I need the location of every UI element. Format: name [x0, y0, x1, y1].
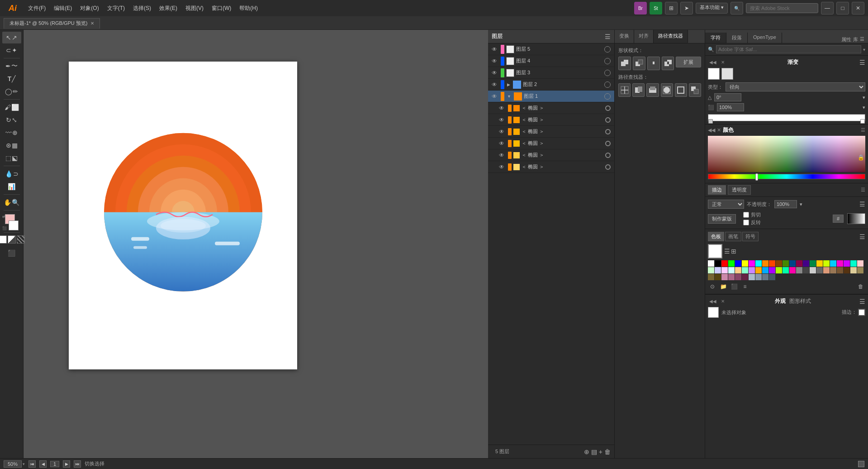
color-spectrum[interactable] — [708, 136, 865, 172]
tab-paragraph[interactable]: 段落 — [726, 33, 748, 43]
layer-circle-5[interactable] — [604, 46, 611, 53]
swatch-cell[interactable] — [762, 267, 768, 273]
gradient-angle-input[interactable] — [714, 93, 741, 101]
layer-visibility-5[interactable]: 👁 — [490, 45, 499, 54]
selected-swatch[interactable] — [708, 244, 722, 258]
document-tab[interactable]: 未标题-1* @ 50% (RGB/GPU 预览) ✕ — [4, 18, 100, 29]
layer-target-e5[interactable] — [605, 153, 611, 158]
hue-slider-thumb[interactable] — [755, 173, 758, 181]
layer-visibility-e5[interactable]: 👁 — [497, 151, 506, 160]
menu-text[interactable]: 文字(T) — [104, 3, 128, 14]
eyedropper-tool[interactable]: 💧 ⊃ — [2, 168, 21, 180]
close-btn[interactable]: ✕ — [852, 2, 864, 14]
tab-brushes[interactable]: 画笔 — [725, 232, 741, 241]
appearance-panel-close[interactable]: ✕ — [720, 299, 726, 304]
show-color-groups-icon[interactable]: ⊙ — [708, 282, 717, 291]
swatch-cell[interactable] — [850, 267, 857, 273]
gradient-mode-icon[interactable] — [8, 235, 16, 244]
layer-target-e3[interactable] — [605, 129, 611, 134]
grid-view-icon[interactable]: ⊞ — [731, 248, 736, 255]
swatch-cell[interactable] — [735, 267, 741, 273]
make-clipping-mask-icon[interactable]: ⊕ — [584, 448, 589, 455]
swatch-cell[interactable] — [749, 274, 755, 280]
maximize-btn[interactable]: □ — [836, 2, 849, 14]
tab-align[interactable]: 对齐 — [634, 30, 654, 43]
new-swatch-icon[interactable]: ⬛ — [730, 282, 739, 291]
gradient-type-select[interactable]: 径向 — [726, 82, 865, 91]
swatch-cell[interactable] — [796, 260, 802, 267]
layer-circle-3[interactable] — [604, 70, 611, 76]
normal-mode-icon[interactable] — [0, 235, 7, 244]
menu-edit[interactable]: 编辑(E) — [50, 3, 76, 14]
menu-window[interactable]: 窗口(W) — [208, 3, 235, 14]
swatch-cell[interactable] — [769, 274, 775, 280]
layer-visibility-2[interactable]: 👁 — [490, 80, 499, 89]
layer-arrow-2[interactable]: ▶ — [506, 82, 511, 87]
graph-tool[interactable]: 📊 — [2, 181, 21, 192]
menu-effect[interactable]: 效果(E) — [156, 3, 181, 14]
stock-icon[interactable]: St — [650, 2, 662, 14]
appearance-title-tab[interactable]: 外观 — [775, 297, 786, 305]
minus-back-icon[interactable] — [689, 83, 701, 97]
swatch-cell[interactable] — [783, 260, 789, 267]
blend-mode-select[interactable]: 正常 — [708, 200, 744, 209]
gradient-angle-arrow[interactable]: ▾ — [863, 95, 865, 100]
layer-row-3[interactable]: 👁 图层 3 — [488, 67, 614, 79]
swatch-cell[interactable] — [816, 260, 823, 267]
swatch-cell[interactable] — [755, 274, 762, 280]
swatches-menu-icon[interactable]: ☰ — [859, 233, 865, 240]
hue-slider[interactable] — [708, 174, 865, 179]
trim-icon[interactable] — [632, 83, 645, 97]
appearance-menu-icon[interactable]: ☰ — [859, 298, 865, 305]
shape-tools[interactable]: ◯ ✏ — [2, 86, 21, 97]
list-view-icon[interactable]: ☰ — [724, 248, 730, 255]
swatch-cell[interactable] — [823, 267, 830, 273]
swatch-cell[interactable] — [776, 260, 782, 267]
appearance-swatch[interactable] — [708, 307, 719, 318]
swatch-cell[interactable] — [830, 260, 836, 267]
swatch-cell[interactable] — [742, 274, 748, 280]
nav-prev-btn[interactable]: ◀ — [39, 460, 47, 468]
gradient-swatch-2[interactable] — [721, 68, 733, 80]
appearance-panel-collapse[interactable]: ◀◀ — [708, 299, 718, 304]
swatch-cell[interactable] — [857, 260, 863, 267]
tab-opentype[interactable]: OpenType — [748, 33, 782, 43]
swatch-cell[interactable] — [728, 260, 735, 267]
swatch-cell[interactable] — [837, 260, 843, 267]
transparency-tab-btn[interactable]: 透明度 — [728, 185, 751, 195]
menu-file[interactable]: 文件(F) — [24, 3, 49, 14]
swatch-cell[interactable] — [769, 267, 775, 273]
unite-icon[interactable] — [618, 57, 631, 70]
tab-swatches[interactable]: 色板 — [708, 232, 724, 241]
layer-arrow-1[interactable]: ▼ — [506, 94, 512, 99]
swatch-cell[interactable] — [715, 260, 721, 267]
layer-visibility-3[interactable]: 👁 — [490, 68, 499, 77]
swatch-cell[interactable] — [816, 267, 823, 273]
zoom-dropdown-icon[interactable]: ▾ — [23, 462, 25, 466]
color-lock-icon[interactable]: 🔒 — [857, 154, 864, 161]
swatch-cell[interactable] — [803, 260, 809, 267]
gradient-menu-icon[interactable]: ☰ — [859, 59, 865, 66]
new-sublayer-icon[interactable]: ▤ — [591, 448, 597, 455]
stroke-tab-btn[interactable]: 描边 — [708, 185, 726, 195]
delete-swatch-icon[interactable]: 🗑 — [856, 282, 865, 291]
layers-panel-menu-icon[interactable]: ☰ — [605, 33, 611, 40]
layer-row-ellipse-1[interactable]: 👁 ＜ 椭圆 ＞ — [488, 102, 614, 114]
swatch-cell[interactable] — [742, 267, 748, 273]
swatch-cell[interactable] — [810, 260, 816, 267]
share-icon[interactable]: ➤ — [680, 2, 693, 14]
gradient-stop-right[interactable] — [860, 119, 865, 124]
layer-visibility-e3[interactable]: 👁 — [497, 127, 506, 136]
layer-target-e6[interactable] — [605, 164, 611, 170]
nav-next-btn[interactable]: ▶ — [63, 460, 70, 468]
swatch-cell[interactable] — [776, 267, 782, 273]
expand-btn[interactable]: 扩展 — [676, 57, 701, 67]
swatch-cell[interactable] — [708, 260, 714, 267]
stroke-swatch[interactable] — [858, 309, 865, 316]
swatch-cell[interactable] — [715, 274, 721, 280]
outline-icon[interactable] — [675, 83, 687, 97]
layer-row-ellipse-4[interactable]: 👁 ＜ 椭圆 ＞ — [488, 138, 614, 149]
swatch-cell[interactable] — [749, 260, 755, 267]
menu-object[interactable]: 对象(O) — [76, 3, 102, 14]
color-menu-icon[interactable]: ☰ — [861, 127, 865, 133]
